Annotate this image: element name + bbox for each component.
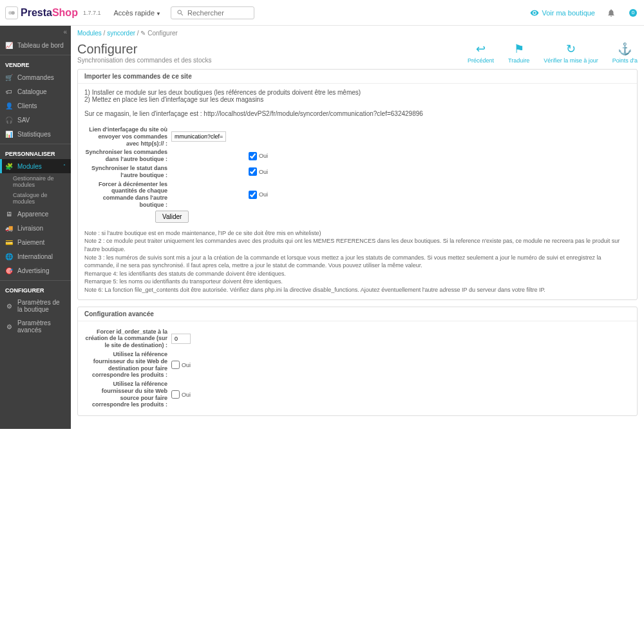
force-dec-checkbox[interactable] bbox=[249, 191, 257, 199]
avatar[interactable]: 0 bbox=[627, 7, 639, 19]
main-content: Modules / syncorder / ✎ Configurer Confi… bbox=[71, 26, 644, 429]
panel-title-adv: Configuration avancée bbox=[78, 307, 637, 321]
sidebar-item-orders[interactable]: 🛒Commandes bbox=[0, 70, 71, 84]
flag-icon: ⚑ bbox=[508, 42, 529, 56]
anchor-icon: ⚓ bbox=[612, 42, 638, 56]
action-translate[interactable]: ⚑Traduire bbox=[508, 42, 529, 64]
search-box[interactable] bbox=[171, 6, 254, 19]
sync-orders-checkbox[interactable] bbox=[249, 152, 257, 160]
note-2: Note 2 : ce module peut traiter uniqueme… bbox=[84, 237, 630, 253]
ref-src-label: Utilisez la référence fournisseur du sit… bbox=[84, 381, 171, 408]
quick-access-menu[interactable]: Accès rapide▼ bbox=[113, 9, 161, 17]
target-icon: 🎯 bbox=[5, 267, 13, 274]
card-icon: 💳 bbox=[5, 238, 13, 246]
action-hooks[interactable]: ⚓Points d'a bbox=[612, 42, 638, 64]
logo-text: PrestaShop bbox=[21, 7, 78, 19]
version: 1.7.7.1 bbox=[83, 10, 101, 16]
sidebar: « 📈Tableau de bord VENDRE 🛒Commandes 🏷Ca… bbox=[0, 26, 71, 429]
back-icon: ↩ bbox=[468, 42, 494, 56]
sync-orders-label: Synchroniser les commandes dans l'autre … bbox=[84, 149, 171, 163]
search-icon bbox=[176, 9, 184, 17]
sidebar-header-sell: VENDRE bbox=[0, 58, 71, 70]
sidebar-item-shop-params[interactable]: ⚙Paramètres de la boutique bbox=[0, 296, 71, 316]
sidebar-item-sav[interactable]: 🎧SAV bbox=[0, 113, 71, 127]
panel-title: Importer les commandes de ce site bbox=[78, 70, 637, 84]
logo-icon bbox=[5, 6, 18, 19]
user-icon: 👤 bbox=[5, 102, 13, 109]
interface-url: Sur ce magasin, le lien d'interfaçage es… bbox=[84, 110, 630, 117]
sidebar-item-shipping[interactable]: 🚚Livraison bbox=[0, 221, 71, 235]
view-shop-link[interactable]: Voir ma boutique bbox=[530, 8, 595, 17]
sidebar-sub-module-catalog[interactable]: Catalogue de modules bbox=[0, 190, 71, 207]
sidebar-item-adv-params[interactable]: ⚙Paramètres avancés bbox=[0, 316, 71, 337]
sidebar-item-advertising[interactable]: 🎯Advertising bbox=[0, 263, 71, 278]
ref-src-checkbox[interactable] bbox=[171, 390, 180, 399]
headset-icon: 🎧 bbox=[5, 116, 13, 124]
monitor-icon: 🖥 bbox=[5, 210, 13, 218]
force-state-input[interactable] bbox=[171, 334, 191, 344]
breadcrumb-modules[interactable]: Modules bbox=[77, 30, 102, 37]
chart-icon: 📈 bbox=[5, 41, 13, 49]
ref-dest-label: Utilisez la référence fournisseur du sit… bbox=[84, 351, 171, 379]
submit-button[interactable]: Valider bbox=[155, 211, 189, 223]
gear-icon: ⚙ bbox=[5, 323, 13, 330]
sidebar-sub-module-manager[interactable]: Gestionnaire de modules bbox=[0, 173, 71, 190]
ref-dest-checkbox[interactable] bbox=[171, 361, 180, 369]
gear-icon: ⚙ bbox=[5, 302, 13, 310]
notif-badge: 0 bbox=[629, 9, 637, 17]
action-back[interactable]: ↩Précédent bbox=[468, 42, 494, 64]
sidebar-item-customers[interactable]: 👤Clients bbox=[0, 99, 71, 113]
refresh-icon: ↻ bbox=[544, 42, 598, 56]
svg-point-1 bbox=[11, 11, 15, 15]
eye-icon bbox=[530, 8, 539, 17]
sidebar-item-payment[interactable]: 💳Paiement bbox=[0, 235, 71, 249]
stats-icon: 📊 bbox=[5, 130, 13, 138]
panel-import-orders: Importer les commandes de ce site 1) Ins… bbox=[77, 69, 638, 300]
url-input[interactable] bbox=[171, 131, 226, 142]
panel-advanced-config: Configuration avancée Forcer id_order_st… bbox=[77, 307, 638, 417]
sidebar-item-stats[interactable]: 📊Statistiques bbox=[0, 127, 71, 141]
tag-icon: 🏷 bbox=[5, 88, 13, 95]
note-4: Remarque 4: les identifiants des statuts… bbox=[84, 270, 630, 278]
chevron-up-icon: ˄ bbox=[63, 164, 66, 169]
sync-status-checkbox[interactable] bbox=[249, 167, 257, 176]
sync-status-label: Synchroniser le statut dans l'autre bout… bbox=[84, 165, 171, 179]
search-input[interactable] bbox=[187, 9, 249, 17]
truck-icon: 🚚 bbox=[5, 224, 13, 232]
page-title: Configurer bbox=[77, 42, 211, 57]
force-state-label: Forcer id_order_state à la création de l… bbox=[84, 328, 171, 349]
topbar: PrestaShop 1.7.7.1 Accès rapide▼ Voir ma… bbox=[0, 0, 644, 26]
note-3: Note 3 : les numéros de suivis sont mis … bbox=[84, 254, 630, 270]
sidebar-item-dashboard[interactable]: 📈Tableau de bord bbox=[0, 38, 71, 52]
logo: PrestaShop 1.7.7.1 bbox=[5, 6, 100, 19]
note-1: Note : si l'autre boutique est en mode m… bbox=[84, 229, 630, 238]
action-check-update[interactable]: ↻Vérifier la mise à jour bbox=[544, 42, 598, 64]
instruction-2: 2) Mettez en place les lien d'interfaçag… bbox=[84, 96, 630, 103]
bell-icon[interactable] bbox=[607, 8, 616, 17]
cart-icon: 🛒 bbox=[5, 73, 13, 81]
breadcrumb: Modules / syncorder / ✎ Configurer bbox=[77, 26, 638, 41]
sidebar-header-improve: PERSONNALISER bbox=[0, 147, 71, 159]
breadcrumb-syncorder[interactable]: syncorder bbox=[107, 30, 135, 37]
url-label: Lien d'interfaçage du site où envoyer vo… bbox=[84, 126, 171, 147]
collapse-icon[interactable]: « bbox=[0, 26, 71, 38]
note-5: Remarque 5: les noms ou identifiants du … bbox=[84, 278, 630, 286]
sidebar-item-modules[interactable]: 🧩Modules˄ bbox=[0, 159, 71, 173]
puzzle-icon: 🧩 bbox=[5, 162, 13, 170]
sidebar-item-catalog[interactable]: 🏷Catalogue bbox=[0, 84, 71, 99]
instruction-1: 1) Installer ce module sur les deux bout… bbox=[84, 89, 630, 96]
globe-icon: 🌐 bbox=[5, 252, 13, 260]
sidebar-header-config: CONFIGURER bbox=[0, 283, 71, 296]
sidebar-item-intl[interactable]: 🌐International bbox=[0, 249, 71, 263]
sidebar-item-appearance[interactable]: 🖥Apparence bbox=[0, 207, 71, 221]
force-dec-label: Forcer à décrémenter les quantités de ch… bbox=[84, 181, 171, 209]
note-6: Note 6: La fonction file_get_contents do… bbox=[84, 286, 630, 294]
page-subtitle: Synchronisation des commandes et des sto… bbox=[77, 57, 211, 64]
